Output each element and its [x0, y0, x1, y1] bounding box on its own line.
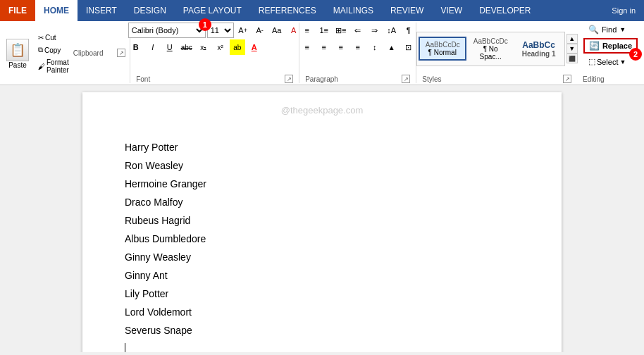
font-label: Font — [136, 75, 150, 83]
clipboard-label: Clipboard — [73, 49, 104, 57]
justify-button[interactable]: ≡ — [350, 39, 366, 55]
tab-file[interactable]: FILE — [0, 0, 35, 21]
tab-view[interactable]: VIEW — [432, 0, 471, 21]
list-item: Draco Malfoy — [125, 197, 519, 208]
show-formatting-button[interactable]: ¶ — [401, 23, 416, 38]
styles-scroll-down[interactable]: ▼ — [566, 44, 578, 54]
list-item: Harry Potter — [125, 142, 519, 153]
increase-indent-button[interactable]: ⇒ — [367, 23, 383, 38]
list-item: Ginny Ant — [125, 270, 519, 281]
bold-button[interactable]: B — [128, 39, 144, 55]
editing-buttons: 🔍 Find ▼ 🔄 Replace 2 ⬚ Select ▼ — [583, 23, 638, 68]
select-icon: ⬚ — [588, 57, 595, 66]
sign-in-link[interactable]: Sign in — [603, 0, 644, 21]
tab-review[interactable]: REVIEW — [382, 0, 432, 21]
find-icon: 🔍 — [588, 25, 599, 35]
styles-more[interactable]: ⬛ — [566, 54, 578, 63]
line-spacing-button[interactable]: ↕ — [367, 39, 383, 55]
superscript-button[interactable]: x² — [213, 39, 228, 55]
tab-insert[interactable]: INSERT — [78, 0, 125, 21]
watermark: @thegeekpage.com — [281, 105, 364, 116]
list-item: Ron Weasley — [125, 160, 519, 171]
text-highlight-button[interactable]: ab — [230, 39, 245, 55]
decrease-indent-button[interactable]: ⇐ — [350, 23, 366, 38]
styles-label: Styles — [422, 75, 441, 83]
font-name-select[interactable]: Calibri (Body) — [128, 23, 206, 38]
tab-design[interactable]: DESIGN — [125, 0, 175, 21]
font-expand[interactable]: ↗ — [285, 75, 293, 83]
list-item: Severus Snape — [125, 325, 519, 336]
font-group: Calibri (Body) 1 11 A+ A- Aa A B I U — [130, 23, 299, 83]
underline-button[interactable]: U — [162, 39, 178, 55]
style-heading1-label: Heading 1 — [521, 50, 557, 58]
find-chevron: ▼ — [619, 26, 626, 33]
shading-button[interactable]: ▲ — [384, 39, 400, 55]
clipboard-small-buttons: ✂ Cut ⧉ Copy 🖌 Format Painter — [35, 32, 72, 75]
editing-group: 🔍 Find ▼ 🔄 Replace 2 ⬚ Select ▼ — [577, 23, 644, 83]
copy-icon: ⧉ — [38, 46, 43, 54]
tab-home[interactable]: HOME — [35, 0, 78, 21]
subscript-button[interactable]: x₂ — [196, 39, 211, 55]
tab-page-layout[interactable]: PAGE LAYOUT — [175, 0, 250, 21]
annotation-2: 2 — [629, 48, 642, 61]
copy-button[interactable]: ⧉ Copy — [35, 44, 72, 56]
styles-scroll-up[interactable]: ▲ — [566, 34, 578, 44]
paste-icon: 📋 — [6, 39, 29, 61]
text-cursor — [125, 343, 519, 352]
style-no-spacing[interactable]: AaBbCcDc ¶ No Spac... — [466, 34, 515, 64]
clipboard-expand[interactable]: ↗ — [117, 49, 125, 57]
style-normal-label: ¶ Normal — [426, 49, 459, 56]
paste-label: Paste — [8, 61, 27, 69]
find-button[interactable]: 🔍 Find ▼ — [583, 23, 638, 37]
replace-button[interactable]: 🔄 Replace 2 — [583, 38, 638, 54]
list-item: Albus Dumbledore — [125, 233, 519, 244]
paragraph-label: Paragraph — [305, 75, 338, 83]
font-grow-button[interactable]: A+ — [235, 23, 251, 38]
align-right-button[interactable]: ≡ — [333, 39, 349, 55]
style-no-spacing-label: ¶ No Spac... — [473, 45, 509, 61]
document-list: Harry PotterRon WeasleyHermoine GrangerD… — [125, 142, 519, 352]
align-left-button[interactable]: ≡ — [299, 39, 315, 55]
list-item: Lord Voldemort — [125, 306, 519, 318]
replace-icon: 🔄 — [589, 41, 600, 51]
change-case-button[interactable]: Aa — [269, 23, 285, 38]
strikethrough-button[interactable]: abc — [179, 39, 194, 55]
paste-button[interactable]: 📋 Paste — [3, 37, 32, 71]
ribbon-tabs: FILE HOME INSERT DESIGN PAGE LAYOUT REFE… — [0, 0, 644, 21]
font-shrink-button[interactable]: A- — [252, 23, 268, 38]
borders-button[interactable]: ⊡ — [401, 39, 416, 55]
list-item: Rubeus Hagrid — [125, 215, 519, 226]
paragraph-group: ≡ 1≡ ⊞≡ ⇐ ⇒ ↕A ¶ ≡ ≡ ≡ ≡ ↕ ▲ ⊡ — [299, 23, 416, 83]
tab-mailings[interactable]: MAILINGS — [325, 0, 382, 21]
sort-button[interactable]: ↕A — [384, 23, 400, 38]
copy-label: Copy — [44, 46, 61, 54]
replace-label: Replace — [602, 42, 632, 50]
tab-developer[interactable]: DEVELOPER — [471, 0, 539, 21]
style-heading1[interactable]: AaBbCc Heading 1 — [515, 37, 563, 61]
ribbon: 📋 Paste ✂ Cut ⧉ Copy 🖌 Format Painter — [0, 21, 644, 85]
select-chevron: ▼ — [619, 58, 626, 66]
cut-label: Cut — [45, 34, 56, 42]
format-painter-icon: 🖌 — [38, 63, 45, 70]
style-normal[interactable]: AaBbCcDc ¶ Normal — [419, 37, 466, 61]
clipboard-group: 📋 Paste ✂ Cut ⧉ Copy 🖌 Format Painter — [0, 23, 130, 83]
cut-button[interactable]: ✂ Cut — [35, 32, 72, 43]
italic-button[interactable]: I — [145, 39, 161, 55]
styles-group: AaBbCcDc ¶ Normal AaBbCcDc ¶ No Spac... … — [416, 23, 577, 83]
clear-format-button[interactable]: A — [286, 23, 302, 38]
text-color-button[interactable]: A — [247, 39, 262, 55]
styles-expand[interactable]: ↗ — [563, 75, 571, 83]
multilevel-list-button[interactable]: ⊞≡ — [333, 23, 349, 38]
bullets-button[interactable]: ≡ — [299, 23, 315, 38]
tab-references[interactable]: REFERENCES — [250, 0, 325, 21]
format-painter-button[interactable]: 🖌 Format Painter — [35, 57, 72, 75]
numbering-button[interactable]: 1≡ — [316, 23, 332, 38]
align-center-button[interactable]: ≡ — [316, 39, 332, 55]
select-label: Select — [597, 58, 619, 66]
list-item: Hermoine Granger — [125, 178, 519, 189]
list-item: Lily Potter — [125, 288, 519, 299]
styles-gallery: AaBbCcDc ¶ Normal AaBbCcDc ¶ No Spac... … — [416, 32, 565, 66]
document-page[interactable]: @thegeekpage.com Harry PotterRon Weasley… — [82, 92, 562, 352]
paragraph-expand[interactable]: ↗ — [402, 75, 410, 83]
document-area: @thegeekpage.com Harry PotterRon Weasley… — [0, 85, 644, 352]
